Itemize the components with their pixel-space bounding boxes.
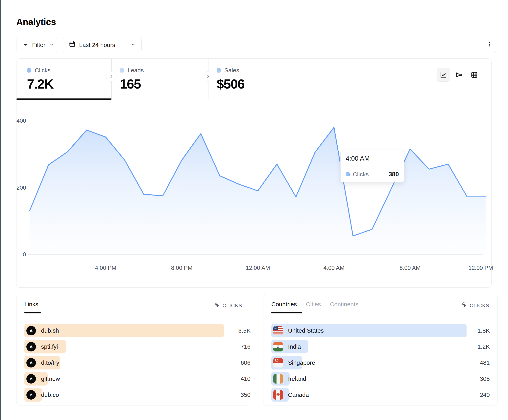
country-clicks-value: 1.8K <box>469 324 490 337</box>
chevron-right-icon <box>109 74 114 79</box>
link-label: d.to/try <box>41 359 59 366</box>
tab-sales[interactable]: Sales $506 <box>217 67 245 92</box>
expand-clicks-chevron-button[interactable] <box>106 71 116 82</box>
x-axis-tick-label: 12:00 PM <box>469 265 493 271</box>
y-axis-tick-label: 0 <box>16 251 26 258</box>
tab-cities[interactable]: Cities <box>306 301 321 308</box>
line-chart-icon <box>440 71 447 79</box>
in-flag-icon <box>273 342 283 351</box>
link-clicks-value: 410 <box>227 372 251 385</box>
stats-tabs-header: Clicks 7.2K Leads 165 Sales $506 <box>16 59 491 99</box>
us-flag-icon <box>273 326 283 335</box>
stat-label: Leads <box>127 67 144 74</box>
chart-tooltip: 4:00 AM Clicks 380 <box>340 150 404 182</box>
date-range-button[interactable]: Last 24 hours <box>63 37 142 53</box>
leads-series-marker <box>120 68 124 72</box>
ca-flag-icon <box>273 390 283 400</box>
tab-countries[interactable]: Countries <box>271 301 297 308</box>
metric-label: CLICKS <box>223 303 242 308</box>
line-chart-view-button[interactable] <box>437 68 450 82</box>
country-row[interactable]: Singapore481 <box>271 356 467 369</box>
link-label: dub.co <box>41 391 59 398</box>
funnel-icon <box>455 71 463 79</box>
country-clicks-value: 305 <box>469 372 490 385</box>
stat-value: 165 <box>120 76 144 92</box>
y-axis-tick-label: 200 <box>16 184 26 191</box>
country-label: Canada <box>288 391 309 398</box>
chevron-down-icon <box>131 42 136 48</box>
analytics-card: Clicks 7.2K Leads 165 Sales $506 <box>16 58 492 288</box>
link-row[interactable]: spti.fyi716 <box>24 340 224 354</box>
filter-button[interactable]: Filter <box>16 37 58 53</box>
active-tab-underline <box>24 312 41 313</box>
links-metric-selector[interactable]: CLICKS <box>214 302 242 309</box>
links-panel-header: Links CLICKS <box>16 294 250 313</box>
country-clicks-value: 481 <box>469 356 490 369</box>
filter-icon <box>22 41 29 49</box>
link-clicks-value: 606 <box>227 356 251 369</box>
sales-series-marker <box>217 68 221 72</box>
more-options-button[interactable] <box>483 37 496 53</box>
stat-label: Sales <box>224 67 239 74</box>
tooltip-time: 4:00 AM <box>341 150 404 167</box>
country-clicks-value: 1.2K <box>469 340 490 354</box>
funnel-view-button[interactable] <box>452 68 466 82</box>
country-clicks-value: 240 <box>469 388 490 402</box>
country-label: India <box>288 343 301 350</box>
kebab-menu-icon <box>486 41 492 49</box>
country-label: Singapore <box>288 359 315 366</box>
stat-value: 7.2K <box>27 76 53 92</box>
tab-clicks[interactable]: Clicks 7.2K <box>27 67 53 92</box>
country-row[interactable]: Ireland305 <box>271 372 467 385</box>
tab-continents[interactable]: Continents <box>330 301 358 308</box>
calendar-icon <box>69 41 75 49</box>
y-axis-tick-label: 400 <box>16 117 26 124</box>
x-axis-tick-label: 8:00 PM <box>171 265 192 271</box>
tab-links[interactable]: Links <box>24 301 38 308</box>
country-label: Ireland <box>288 376 306 382</box>
dub-logo-icon <box>26 390 36 400</box>
dub-logo-icon <box>26 326 36 335</box>
country-row[interactable]: Canada240 <box>271 388 467 402</box>
stat-label: Clicks <box>35 67 51 74</box>
sg-flag-icon <box>273 358 283 368</box>
link-row[interactable]: d.to/try606 <box>24 356 224 369</box>
metric-label: CLICKS <box>470 303 489 308</box>
countries-panel: Countries Cities Continents CLICKS Unite… <box>263 294 498 406</box>
tooltip-value: 380 <box>388 171 399 178</box>
link-label: git.new <box>41 376 60 382</box>
active-tab-underline <box>271 312 302 313</box>
link-row[interactable]: dub.co350 <box>24 388 224 402</box>
countries-list: United States1.8KIndia1.2KSingapore481Ir… <box>271 324 467 404</box>
country-label: United States <box>288 327 324 334</box>
chart-type-switcher <box>437 68 481 82</box>
cursor-click-icon <box>461 302 467 309</box>
country-row[interactable]: United States1.8K <box>271 324 467 337</box>
link-label: dub.sh <box>41 327 59 334</box>
link-clicks-value: 350 <box>227 388 251 402</box>
clicks-series-marker <box>346 172 350 176</box>
x-axis-tick-label: 12:00 AM <box>246 265 270 271</box>
link-row[interactable]: git.new410 <box>24 372 224 385</box>
x-axis-tick-label: 4:00 AM <box>323 265 344 271</box>
links-list: dub.sh3.5Kspti.fyi716d.to/try606git.new4… <box>24 324 224 404</box>
tab-leads[interactable]: Leads 165 <box>120 67 144 92</box>
link-label: spti.fyi <box>41 343 58 350</box>
dub-logo-icon <box>26 358 36 368</box>
page-title: Analytics <box>16 17 56 27</box>
expand-leads-chevron-button[interactable] <box>203 71 213 82</box>
dub-logo-icon <box>26 342 36 351</box>
stat-value: $506 <box>217 76 245 92</box>
dub-logo-icon <box>26 374 36 384</box>
gridline <box>28 254 483 255</box>
tooltip-series-label: Clicks <box>353 171 385 178</box>
link-row[interactable]: dub.sh3.5K <box>24 324 224 337</box>
country-row[interactable]: India1.2K <box>271 340 467 354</box>
link-clicks-value: 3.5K <box>227 324 251 337</box>
table-view-button[interactable] <box>468 68 481 82</box>
clicks-area-chart[interactable] <box>30 111 486 254</box>
chevron-right-icon <box>206 74 210 79</box>
x-axis-tick-label: 4:00 PM <box>95 265 116 271</box>
date-range-label: Last 24 hours <box>79 42 115 48</box>
countries-metric-selector[interactable]: CLICKS <box>461 302 489 309</box>
